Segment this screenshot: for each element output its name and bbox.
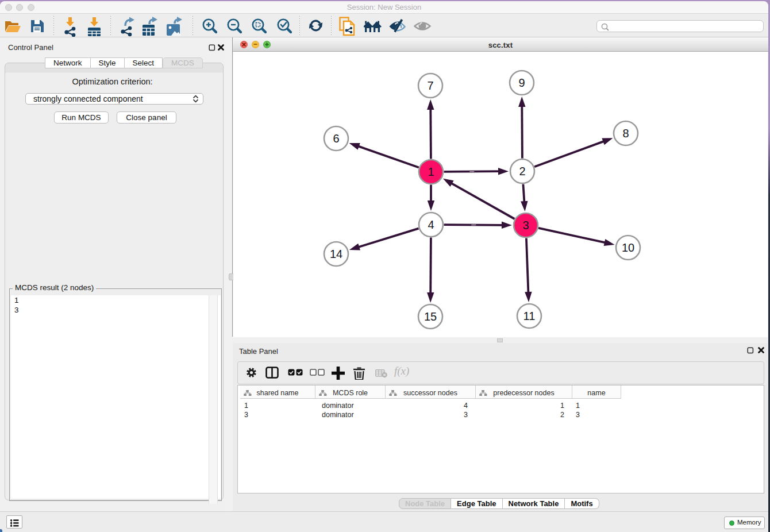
svg-text:8: 8: [622, 127, 629, 140]
svg-text:14: 14: [330, 248, 342, 260]
svg-text:15: 15: [424, 310, 437, 323]
svg-text:10: 10: [622, 241, 634, 254]
svg-text:7: 7: [427, 79, 433, 92]
svg-text:4: 4: [428, 218, 434, 231]
svg-text:3: 3: [522, 219, 529, 232]
svg-text:6: 6: [333, 132, 339, 145]
svg-text:1: 1: [428, 165, 434, 178]
svg-text:11: 11: [523, 310, 536, 322]
svg-text:2: 2: [519, 165, 525, 178]
svg-text:9: 9: [518, 76, 525, 89]
